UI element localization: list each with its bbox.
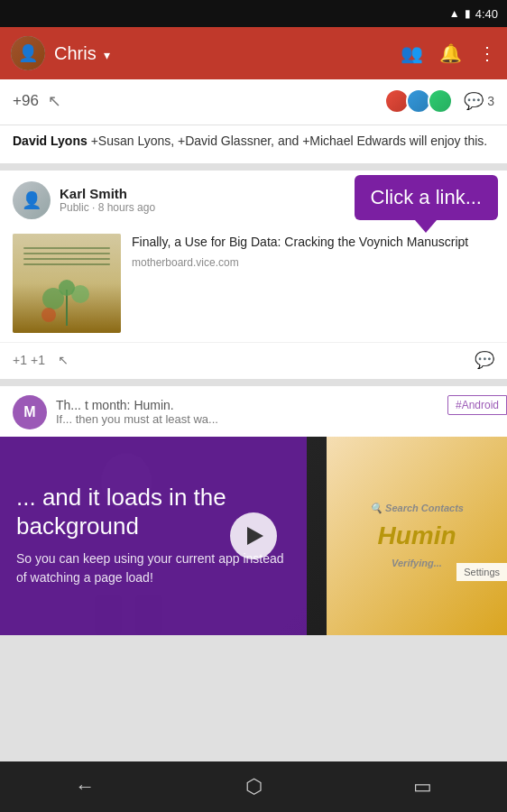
- recent-apps-button[interactable]: ▭: [413, 775, 432, 798]
- humin-logo: 🔍 Search Contacts Humin Verifying...: [370, 503, 464, 568]
- mini-avatar-3: [428, 88, 453, 114]
- search-bar-sim: 🔍 Search Contacts: [370, 503, 464, 514]
- plant-svg: [35, 272, 98, 326]
- app-bar-username[interactable]: Chris ▾: [54, 43, 392, 64]
- status-icons: ▲ ▮ 4:40: [449, 7, 498, 21]
- back-button[interactable]: ←: [75, 775, 95, 798]
- battery-icon: ▮: [465, 7, 471, 20]
- android-header-meta: Th... t month: Humin. If... then you mus…: [56, 398, 494, 426]
- svg-point-4: [41, 308, 56, 322]
- comment-count: 3: [487, 94, 494, 108]
- card1-text: David Lyons +Susan Lyons, +David Glassne…: [13, 133, 494, 151]
- avatar-placeholder: 👤: [13, 181, 51, 219]
- book-line: [23, 258, 110, 260]
- card1-author: David Lyons: [13, 134, 88, 148]
- tooltip-text: Click a link...: [371, 186, 482, 208]
- nav-bar: ← ⬡ ▭: [0, 761, 507, 812]
- plus-label: +1: [31, 353, 45, 367]
- reactions-left: +96 ↗: [13, 91, 61, 111]
- android-header: M Th... t month: Humin. If... then you m…: [0, 386, 507, 437]
- card1-body: +Susan Lyons, +David Glassner, and +Mich…: [91, 134, 488, 148]
- book-image: [13, 234, 121, 333]
- recent-icon: ▭: [413, 775, 432, 798]
- book-line: [23, 247, 110, 249]
- notifications-icon[interactable]: 🔔: [439, 42, 462, 64]
- post-header: 👤 Karl Smith Public · 8 hours ago Click …: [0, 171, 507, 226]
- user-avatar[interactable]: 👤: [11, 36, 45, 70]
- android-preview-3: If...: [56, 412, 72, 426]
- karl-smith-avatar: 👤: [13, 181, 51, 219]
- share-icon[interactable]: ↗: [48, 91, 61, 111]
- post-share-icon: ↗: [58, 353, 69, 367]
- android-card: M Th... t month: Humin. If... then you m…: [0, 386, 507, 635]
- status-bar: ▲ ▮ 4:40: [0, 0, 507, 27]
- android-avatar: M: [13, 395, 47, 429]
- android-text-line1: Th... t month: Humin.: [56, 398, 422, 412]
- post-plus-button[interactable]: +1 +1: [13, 353, 45, 367]
- card1-text-card: David Lyons +Susan Lyons, +David Glassne…: [0, 125, 507, 163]
- app-bar: 👤 Chris ▾ 👥 🔔 ⋮: [0, 27, 507, 79]
- people-icon[interactable]: 👥: [401, 42, 423, 64]
- book-line: [23, 263, 110, 265]
- post-link-info: Finally, a Use for Big Data: Cracking th…: [132, 234, 494, 270]
- settings-bar: Settings: [456, 563, 507, 581]
- overflow-menu-icon[interactable]: ⋮: [478, 42, 496, 64]
- home-button[interactable]: ⬡: [245, 775, 263, 798]
- post-link-thumbnail: [13, 234, 121, 333]
- book-lines: [23, 247, 110, 265]
- karl-smith-post: 👤 Karl Smith Public · 8 hours ago Click …: [0, 171, 507, 379]
- book-line: [23, 253, 110, 254]
- home-icon: ⬡: [245, 775, 263, 798]
- comment-wrap[interactable]: 💬 3: [464, 91, 494, 111]
- right-panel-content: 🔍 Search Contacts Humin Verifying...: [327, 437, 507, 635]
- back-icon: ←: [75, 775, 95, 798]
- dropdown-arrow-icon: ▾: [104, 48, 110, 62]
- svg-point-3: [59, 280, 75, 296]
- android-text-line2: If... then you must at least wa...: [56, 412, 422, 426]
- verifying-text: Verifying...: [370, 558, 464, 568]
- wifi-icon: ▲: [449, 7, 460, 20]
- post-link-title: Finally, a Use for Big Data: Cracking th…: [132, 234, 494, 252]
- android-preview-2: t month: Humin.: [85, 398, 174, 412]
- post-link-domain: motherboard.vice.com: [132, 256, 494, 269]
- post-actions: +1 +1 ↗ 💬: [0, 342, 507, 379]
- post-comment-button[interactable]: 💬: [475, 350, 494, 370]
- play-triangle-icon: [247, 527, 263, 545]
- comment-icon: 💬: [464, 91, 484, 111]
- avatar-image: 👤: [11, 36, 45, 70]
- android-preview-1: Th...: [56, 398, 81, 412]
- post-link-content[interactable]: Finally, a Use for Big Data: Cracking th…: [0, 226, 507, 342]
- app-bar-actions: 👥 🔔 ⋮: [401, 42, 496, 64]
- post-comment-icon: 💬: [475, 350, 494, 370]
- avatar-stack: [384, 88, 453, 114]
- content-area: +96 ↗ 💬 3 David Lyons +Susan Lyons, +Dav…: [0, 79, 507, 761]
- plus-count[interactable]: +96: [13, 92, 39, 110]
- right-panel: 🔍 Search Contacts Humin Verifying... Set…: [327, 437, 507, 635]
- status-time: 4:40: [475, 7, 498, 21]
- android-hashtag: #Android: [447, 395, 507, 415]
- video-area: ... and it loads in the background So yo…: [0, 437, 507, 635]
- post-share-button[interactable]: ↗: [58, 353, 69, 367]
- android-preview-4: then you must at least wa...: [76, 412, 218, 426]
- reactions-right: 💬 3: [384, 88, 494, 114]
- android-avatar-letter: M: [23, 404, 35, 420]
- post-actions-left: +1 +1 ↗: [13, 353, 69, 367]
- username-label: Chris: [54, 43, 97, 63]
- plus-icon: +1: [13, 353, 27, 367]
- play-button[interactable]: [230, 512, 277, 559]
- tooltip-bubble: Click a link...: [355, 175, 498, 220]
- humin-text: Humin: [370, 521, 464, 550]
- reactions-card: +96 ↗ 💬 3: [0, 79, 507, 125]
